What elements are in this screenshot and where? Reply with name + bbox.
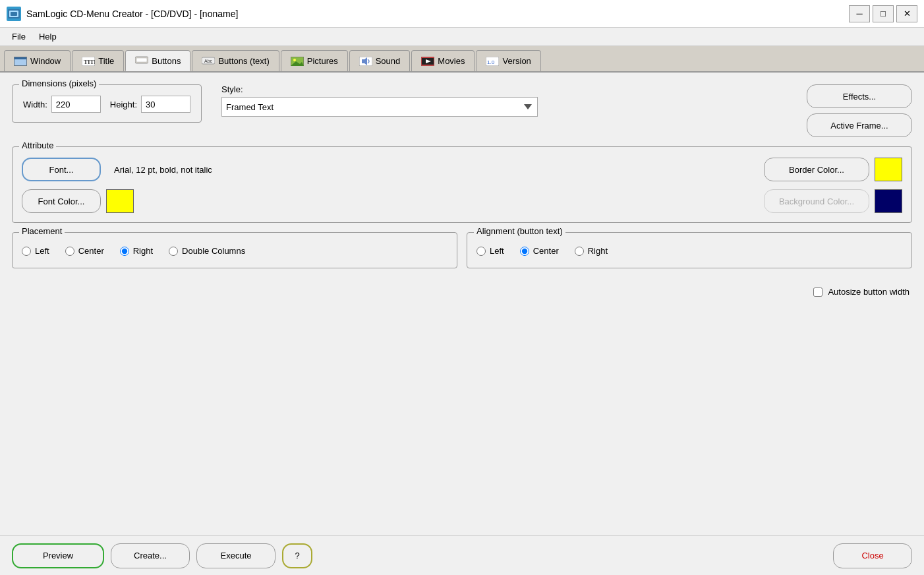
autosize-checkbox[interactable] bbox=[813, 288, 823, 297]
alignment-left-label: Left bbox=[490, 246, 504, 256]
create-button[interactable]: Create... bbox=[111, 543, 190, 568]
alignment-right[interactable]: Right bbox=[575, 246, 608, 256]
placement-center-radio[interactable] bbox=[65, 247, 74, 256]
pictures-icon bbox=[291, 57, 304, 66]
style-select[interactable]: Framed Text Plain Text Raised Button 3D … bbox=[221, 97, 538, 117]
bottom-bar: Preview Create... Execute ? Close bbox=[0, 535, 924, 575]
tab-title-label: Title bbox=[98, 56, 114, 66]
dimensions-label: Dimensions (pixels) bbox=[19, 78, 99, 88]
svg-rect-5 bbox=[14, 57, 26, 59]
placement-right[interactable]: Right bbox=[120, 246, 153, 256]
svg-text:Abc: Abc bbox=[204, 59, 213, 63]
effects-button[interactable]: Effects... bbox=[807, 84, 912, 108]
font-color-button[interactable]: Font Color... bbox=[22, 189, 101, 213]
alignment-right-radio[interactable] bbox=[575, 247, 584, 256]
placement-right-radio[interactable] bbox=[120, 247, 129, 256]
background-color-section: Background Color... bbox=[764, 189, 902, 213]
tab-movies[interactable]: Movies bbox=[411, 50, 475, 71]
font-color-swatch[interactable] bbox=[106, 189, 134, 213]
border-color-section: Border Color... bbox=[764, 158, 902, 181]
tab-window[interactable]: Window bbox=[4, 50, 71, 71]
alignment-center[interactable]: Center bbox=[520, 246, 559, 256]
main-content: Dimensions (pixels) Width: Height: Style… bbox=[0, 73, 924, 535]
placement-left-label: Left bbox=[35, 246, 49, 256]
height-label: Height: bbox=[110, 100, 137, 109]
svg-rect-9 bbox=[136, 58, 147, 62]
title-bar: SamLogic CD-Menu Creator - [CD/DVD] - [n… bbox=[0, 0, 924, 28]
tab-sound-label: Sound bbox=[376, 56, 401, 66]
placement-left-radio[interactable] bbox=[22, 247, 31, 256]
placement-double-radio[interactable] bbox=[169, 247, 178, 256]
placement-group: Placement Left Center Right Double Colum… bbox=[12, 232, 457, 268]
width-input[interactable] bbox=[51, 96, 101, 113]
execute-button[interactable]: Execute bbox=[196, 543, 275, 568]
placement-double-label: Double Columns bbox=[182, 246, 245, 256]
window-icon bbox=[14, 57, 27, 66]
tab-buttons-label: Buttons bbox=[152, 56, 181, 66]
font-button[interactable]: Font... bbox=[22, 158, 101, 181]
svg-point-13 bbox=[293, 59, 296, 61]
tab-movies-label: Movies bbox=[438, 56, 465, 66]
placement-radio-row: Left Center Right Double Columns bbox=[22, 243, 448, 258]
placement-double-columns[interactable]: Double Columns bbox=[169, 246, 245, 256]
font-info: Arial, 12 pt, bold, not italic bbox=[114, 165, 764, 175]
tab-version[interactable]: 1.0 Version bbox=[476, 50, 540, 71]
preview-button[interactable]: Preview bbox=[12, 543, 104, 568]
attribute-section: Font... Arial, 12 pt, bold, not italic B… bbox=[22, 158, 902, 213]
close-button[interactable]: Close bbox=[833, 543, 912, 568]
svg-rect-4 bbox=[14, 59, 26, 65]
tab-buttons[interactable]: Buttons bbox=[125, 50, 190, 71]
svg-text:1.0: 1.0 bbox=[487, 59, 495, 65]
minimize-button[interactable]: ─ bbox=[849, 5, 870, 22]
alignment-label: Alignment (button text) bbox=[474, 226, 565, 236]
autosize-label: Autosize button width bbox=[828, 287, 910, 297]
tab-buttons-text[interactable]: Abc Buttons (text) bbox=[192, 50, 279, 71]
menu-file[interactable]: File bbox=[5, 30, 32, 44]
background-color-swatch[interactable] bbox=[875, 189, 902, 213]
alignment-right-label: Right bbox=[588, 246, 608, 256]
title-bar-left: SamLogic CD-Menu Creator - [CD/DVD] - [n… bbox=[7, 7, 238, 21]
alignment-left[interactable]: Left bbox=[476, 246, 504, 256]
tab-sound[interactable]: Sound bbox=[349, 50, 411, 71]
restore-button[interactable]: □ bbox=[873, 5, 894, 22]
tab-title[interactable]: TITLE Title bbox=[72, 50, 124, 71]
alignment-left-radio[interactable] bbox=[476, 247, 486, 256]
tab-bar: Window TITLE Title Buttons Abc Buttons (… bbox=[0, 46, 924, 73]
alignment-center-label: Center bbox=[533, 246, 559, 256]
tab-pictures-label: Pictures bbox=[307, 56, 338, 66]
menu-help[interactable]: Help bbox=[32, 30, 63, 44]
title-bar-controls: ─ □ ✕ bbox=[849, 5, 917, 22]
alignment-group: Alignment (button text) Left Center Righ… bbox=[467, 232, 912, 268]
sound-icon bbox=[359, 57, 372, 66]
attr-row-1: Font... Arial, 12 pt, bold, not italic B… bbox=[22, 158, 902, 181]
window-title: SamLogic CD-Menu Creator - [CD/DVD] - [n… bbox=[26, 9, 238, 19]
title-icon: TITLE bbox=[82, 57, 95, 66]
tab-window-label: Window bbox=[30, 56, 61, 66]
border-color-swatch[interactable] bbox=[875, 158, 902, 181]
attribute-label: Attribute bbox=[19, 140, 56, 150]
width-field: Width: bbox=[23, 96, 101, 113]
svg-text:TITLE: TITLE bbox=[84, 59, 95, 65]
border-color-button[interactable]: Border Color... bbox=[764, 158, 869, 181]
close-title-button[interactable]: ✕ bbox=[896, 5, 917, 22]
placement-center[interactable]: Center bbox=[65, 246, 104, 256]
help-button[interactable]: ? bbox=[282, 543, 312, 568]
background-color-button: Background Color... bbox=[764, 189, 869, 213]
bottom-row: Placement Left Center Right Double Colum… bbox=[12, 232, 912, 278]
style-label: Style: bbox=[221, 84, 787, 94]
buttons-icon bbox=[135, 56, 148, 65]
effects-col: Effects... Active Frame... bbox=[807, 84, 912, 137]
top-row: Dimensions (pixels) Width: Height: Style… bbox=[12, 84, 912, 137]
placement-center-label: Center bbox=[78, 246, 104, 256]
attribute-group: Attribute Font... Arial, 12 pt, bold, no… bbox=[12, 146, 912, 223]
width-label: Width: bbox=[23, 100, 47, 109]
attr-row-2: Font Color... Background Color... bbox=[22, 189, 902, 213]
alignment-center-radio[interactable] bbox=[520, 247, 529, 256]
placement-left[interactable]: Left bbox=[22, 246, 49, 256]
style-section: Style: Framed Text Plain Text Raised But… bbox=[221, 84, 787, 117]
tab-pictures[interactable]: Pictures bbox=[281, 50, 348, 71]
tab-version-label: Version bbox=[502, 56, 531, 66]
autosize-row: Autosize button width bbox=[12, 287, 912, 297]
height-input[interactable] bbox=[141, 96, 190, 113]
active-frame-button[interactable]: Active Frame... bbox=[807, 113, 912, 137]
